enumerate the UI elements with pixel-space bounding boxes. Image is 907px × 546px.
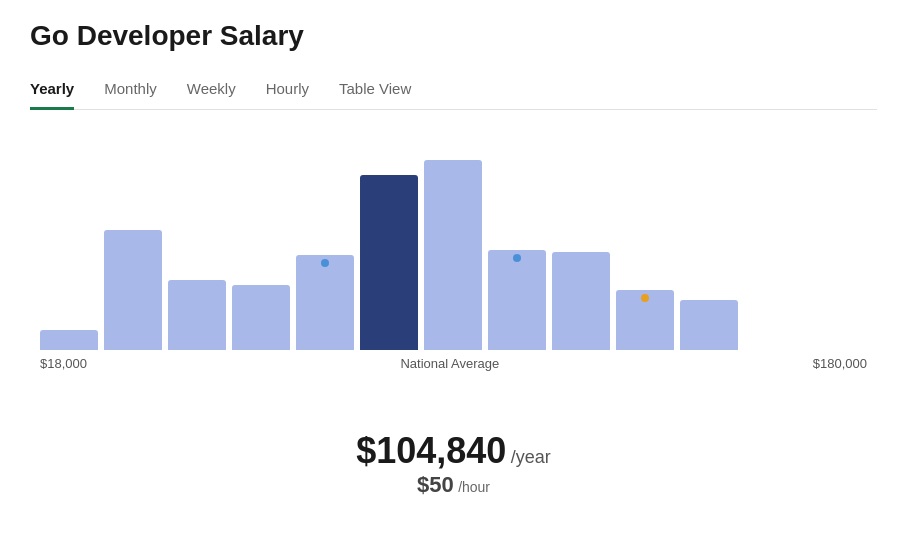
bar-10 xyxy=(680,300,738,350)
bar-group-1 xyxy=(104,230,162,350)
bars-wrapper: $18,000 National Average $180,000 xyxy=(30,130,877,371)
bars-container xyxy=(30,130,877,350)
salary-secondary-value: $50 xyxy=(417,472,454,497)
dot-4 xyxy=(321,259,329,267)
bar-group-3 xyxy=(232,285,290,350)
page-title: Go Developer Salary xyxy=(30,20,877,52)
salary-secondary-unit: /hour xyxy=(458,479,490,495)
tab-yearly[interactable]: Yearly xyxy=(30,72,74,110)
tab-weekly[interactable]: Weekly xyxy=(187,72,236,110)
bar-6 xyxy=(424,160,482,350)
bar-group-5 xyxy=(360,175,418,350)
axis-labels: $18,000 National Average $180,000 xyxy=(30,350,877,371)
bar-group-4 xyxy=(296,255,354,350)
bar-group-10 xyxy=(680,300,738,350)
bar-group-9 xyxy=(616,290,674,350)
bar-group-8 xyxy=(552,252,610,350)
bar-9 xyxy=(616,290,674,350)
national-average-label: National Average xyxy=(400,356,499,371)
bar-5 xyxy=(360,175,418,350)
dot-9 xyxy=(641,294,649,302)
salary-main-row: $104,840 /year xyxy=(30,430,877,472)
bar-0 xyxy=(40,330,98,350)
tabs-container: Yearly Monthly Weekly Hourly Table View xyxy=(30,72,877,110)
bar-group-7 xyxy=(488,250,546,350)
bar-4 xyxy=(296,255,354,350)
tab-monthly[interactable]: Monthly xyxy=(104,72,157,110)
chart-area: $18,000 National Average $180,000 xyxy=(30,130,877,390)
bar-7 xyxy=(488,250,546,350)
bar-group-6 xyxy=(424,160,482,350)
bar-group-2 xyxy=(168,280,226,350)
salary-main-value: $104,840 xyxy=(356,430,506,471)
salary-display: $104,840 /year $50 /hour xyxy=(30,430,877,498)
dot-7 xyxy=(513,254,521,262)
bar-8 xyxy=(552,252,610,350)
bar-group-0 xyxy=(40,330,98,350)
bar-1 xyxy=(104,230,162,350)
bar-2 xyxy=(168,280,226,350)
salary-main-unit: /year xyxy=(511,447,551,467)
axis-label-left: $18,000 xyxy=(40,356,87,371)
bar-3 xyxy=(232,285,290,350)
salary-secondary-row: $50 /hour xyxy=(30,472,877,498)
axis-label-right: $180,000 xyxy=(813,356,867,371)
tab-table-view[interactable]: Table View xyxy=(339,72,411,110)
tab-hourly[interactable]: Hourly xyxy=(266,72,309,110)
